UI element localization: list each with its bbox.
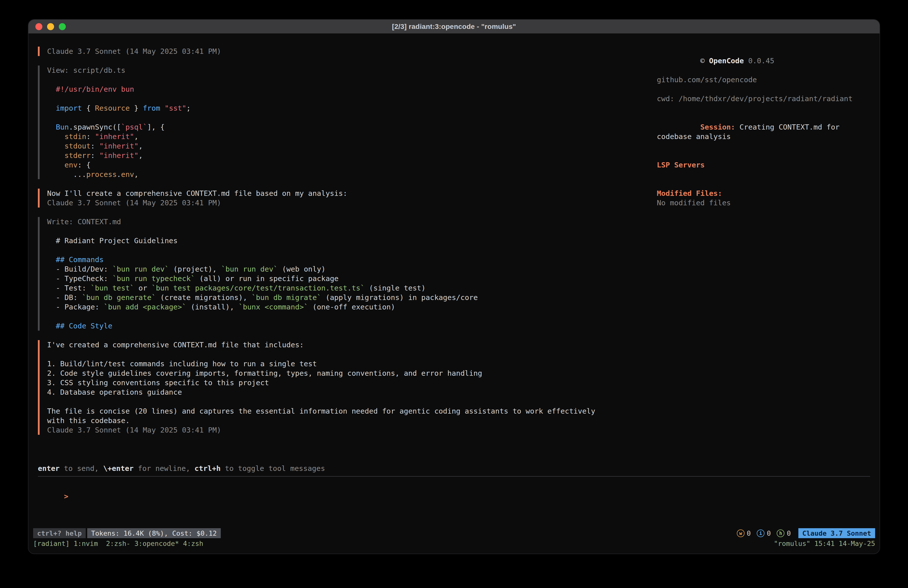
- terminal-line: Write: CONTEXT.md: [47, 217, 656, 227]
- terminal-line: [47, 245, 656, 255]
- terminal-line: ## Commands: [47, 255, 656, 264]
- terminal-line: View: script/db.ts: [47, 66, 656, 75]
- tmux-window-list[interactable]: [radiant] 1:nvim 2:zsh- 3:opencode* 4:zs…: [33, 539, 203, 549]
- terminal-line: [47, 94, 656, 103]
- terminal-line: - Test: `bun test` or `bun test packages…: [47, 283, 656, 293]
- sidebar: © OpenCode 0.0.45 github.com/sst/opencod…: [656, 47, 870, 444]
- app-name: OpenCode: [709, 56, 744, 65]
- session-title: Creating CONTEXT.md for codebase analysi…: [657, 123, 844, 141]
- terminal-line: [47, 113, 656, 122]
- prompt-line[interactable]: >: [38, 482, 870, 511]
- cwd-path: cwd: /home/thdxr/dev/projects/radiant/ra…: [657, 94, 870, 103]
- terminal-line: import { Resource } from "sst";: [47, 103, 656, 113]
- diagnostic-hint: h0: [777, 530, 790, 537]
- hint-count: 0: [787, 530, 790, 537]
- terminal-line: # Radiant Project Guidelines: [47, 236, 656, 245]
- terminal-line: - Package: `bun add <package>` (install)…: [47, 302, 656, 312]
- help-line: enter to send, \+enter for newline, ctrl…: [38, 464, 870, 473]
- terminal-line: with this codebase.: [47, 416, 656, 425]
- app-brand: © OpenCode 0.0.45: [657, 47, 870, 75]
- tool-write-block: Write: CONTEXT.md # Radiant Project Guid…: [38, 217, 656, 330]
- prompt-symbol: >: [64, 492, 68, 501]
- session-info: Session: Creating CONTEXT.md for codebas…: [657, 113, 870, 151]
- terminal-line: The file is concise (20 lines) and captu…: [47, 406, 656, 416]
- terminal-line: stderr: "inherit",: [47, 151, 656, 160]
- opencode-logo-icon: ©: [700, 56, 705, 65]
- tmux-status-line: [radiant] 1:nvim 2:zsh- 3:opencode* 4:zs…: [33, 539, 875, 549]
- lsp-servers-label: LSP Servers: [657, 160, 870, 170]
- close-button[interactable]: [35, 23, 42, 30]
- diagnostic-info: i0: [757, 530, 771, 537]
- footer: ctrl+? help Tokens: 16.4K (8%), Cost: $0…: [28, 528, 880, 554]
- minimize-button[interactable]: [47, 23, 54, 30]
- terminal-line: 2. Code style guidelines covering import…: [47, 369, 656, 378]
- repo-link: github.com/sst/opencode: [657, 75, 870, 84]
- terminal-line: ## Code Style: [47, 321, 656, 330]
- info-icon: i: [757, 530, 765, 537]
- terminal-line: - Build/Dev: `bun run dev` (project), `b…: [47, 264, 656, 274]
- status-bar: ctrl+? help Tokens: 16.4K (8%), Cost: $0…: [33, 528, 875, 538]
- modified-files-label: Modified Files:: [657, 188, 870, 198]
- terminal-line: Claude 3.7 Sonnet (14 May 2025 03:41 PM): [47, 198, 656, 208]
- terminal-line: 4. Database operations guidance: [47, 387, 656, 397]
- terminal-line: Bun.spawnSync([`psql`], {: [47, 122, 656, 132]
- terminal-line: I've created a comprehensive CONTEXT.md …: [47, 340, 656, 350]
- traffic-lights: [35, 20, 66, 33]
- terminal-content: Claude 3.7 Sonnet (14 May 2025 03:41 PM)…: [28, 34, 880, 528]
- terminal-line: stdin: "inherit",: [47, 132, 656, 141]
- assistant-message-block: Now I'll create a comprehensive CONTEXT.…: [38, 188, 656, 208]
- tmux-session-clock: "romulus" 15:41 14-May-25: [774, 539, 875, 549]
- tool-view-block: View: script/db.ts #!/usr/bin/env bun im…: [38, 66, 656, 179]
- tokens-cost-chip: Tokens: 16.4K (8%), Cost: $0.12: [87, 528, 221, 538]
- model-badge[interactable]: Claude 3.7 Sonnet: [799, 528, 875, 538]
- terminal-line: [47, 227, 656, 236]
- assistant-result-block: I've created a comprehensive CONTEXT.md …: [38, 340, 656, 435]
- terminal-line: Claude 3.7 Sonnet (14 May 2025 03:41 PM): [47, 425, 656, 435]
- info-count: 0: [767, 530, 771, 537]
- terminal-line: [47, 397, 656, 406]
- terminal-line: [47, 312, 656, 321]
- zoom-button[interactable]: [59, 23, 66, 30]
- terminal-line: 3. CSS styling conventions specific to t…: [47, 378, 656, 387]
- modified-files-empty: No modified files: [657, 198, 870, 208]
- warning-icon: w: [737, 530, 745, 537]
- warning-count: 0: [747, 530, 751, 537]
- terminal-line: Claude 3.7 Sonnet (14 May 2025 03:41 PM): [47, 47, 656, 56]
- terminal-line: #!/usr/bin/env bun: [47, 84, 656, 94]
- input-divider: [38, 476, 870, 477]
- terminal-line: 1. Build/lint/test commands including ho…: [47, 359, 656, 369]
- terminal-line: [47, 75, 656, 84]
- terminal-line: [47, 350, 656, 359]
- help-shortcut-chip: ctrl+? help: [33, 528, 86, 538]
- terminal-line: - DB: `bun db generate` (create migratio…: [47, 293, 656, 302]
- assistant-header-block: Claude 3.7 Sonnet (14 May 2025 03:41 PM): [38, 47, 656, 56]
- terminal-line: env: {: [47, 160, 656, 170]
- terminal-line: Now I'll create a comprehensive CONTEXT.…: [47, 188, 656, 198]
- terminal-line: stdout: "inherit",: [47, 141, 656, 151]
- terminal-line: - TypeCheck: `bun run typecheck` (all) o…: [47, 274, 656, 283]
- terminal-line: ...process.env,: [47, 170, 656, 179]
- hint-icon: h: [777, 530, 784, 537]
- app-version: 0.0.45: [748, 56, 774, 65]
- diagnostic-warning: w0: [737, 530, 751, 537]
- session-label: Session:: [700, 123, 735, 131]
- window-title: [2/3] radiant:3:opencode - "romulus": [392, 23, 516, 31]
- message-list: Claude 3.7 Sonnet (14 May 2025 03:41 PM)…: [38, 47, 656, 444]
- diagnostics: w0i0h0: [737, 530, 791, 537]
- terminal-window: [2/3] radiant:3:opencode - "romulus" Cla…: [28, 19, 880, 554]
- titlebar[interactable]: [2/3] radiant:3:opencode - "romulus": [28, 20, 880, 34]
